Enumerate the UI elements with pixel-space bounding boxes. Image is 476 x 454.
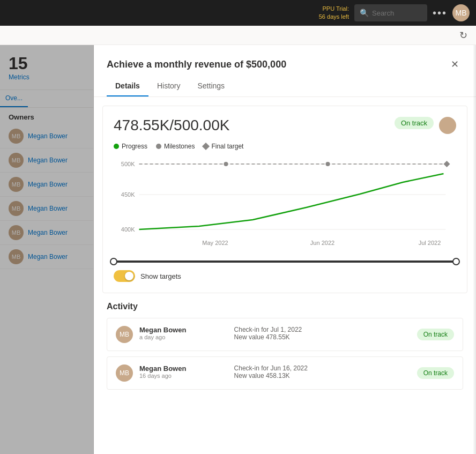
legend-final-target: Final target — [203, 143, 243, 150]
svg-marker-9 — [444, 161, 450, 167]
toggle-row: Show targets — [114, 270, 456, 282]
legend-progress-label: Progress — [122, 143, 147, 150]
modal-header: Achieve a monthly revenue of $500,000 ✕ — [94, 45, 476, 73]
activity-detail: Check-in for Jun 16, 2022 New value 458.… — [234, 364, 411, 379]
legend-final-target-label: Final target — [211, 143, 243, 150]
activity-detail-line2: New value 478.55K — [234, 333, 411, 341]
range-track — [114, 261, 456, 263]
modal-title: Achieve a monthly revenue of $500,000 — [107, 59, 286, 70]
progress-icon — [114, 144, 119, 149]
activity-item: MB Megan Bowen a day ago Check-in for Ju… — [107, 318, 463, 351]
tab-details[interactable]: Details — [107, 77, 148, 96]
activity-avatar-initials: MB — [120, 369, 129, 377]
activity-item: MB Megan Bowen 16 days ago Check-in for … — [107, 356, 463, 390]
current-value: 478.55K — [114, 117, 169, 133]
activity-avatar-initials: MB — [120, 331, 129, 338]
chart-user-avatar — [439, 117, 456, 134]
milestones-icon — [156, 144, 161, 149]
avatar-initials: MB — [456, 9, 467, 17]
chart-value-row: 478.55K/500.00K On track — [114, 117, 456, 134]
tab-history[interactable]: History — [148, 77, 189, 96]
search-input[interactable] — [372, 9, 420, 17]
svg-point-8 — [326, 162, 330, 166]
refresh-button[interactable]: ↻ — [459, 29, 467, 41]
activity-detail-line2: New value 458.13K — [234, 372, 411, 379]
target-value: /500.00K — [169, 117, 229, 133]
chart-svg: 500K 450K 400K — [114, 157, 456, 253]
chart-section: 478.55K/500.00K On track Progress Milest… — [102, 106, 467, 293]
range-thumb-left[interactable] — [110, 258, 117, 265]
activity-status-badge: On track — [417, 367, 454, 379]
chart-svg-container: 500K 450K 400K — [114, 157, 456, 255]
legend-milestones: Milestones — [156, 143, 195, 150]
activity-person-name: Megan Bowen — [139, 326, 228, 334]
activity-avatar: MB — [116, 364, 133, 382]
activity-person-name: Megan Bowen — [139, 364, 228, 373]
top-bar: PPU Trial: 56 days left 🔍 ••• MB — [0, 0, 476, 26]
range-thumb-right[interactable] — [452, 258, 460, 265]
final-target-icon — [202, 143, 210, 150]
legend-milestones-label: Milestones — [164, 143, 195, 150]
range-slider[interactable] — [114, 261, 456, 263]
ppu-trial-label: PPU Trial: — [319, 5, 349, 13]
show-targets-toggle[interactable] — [114, 270, 135, 282]
status-badge: On track — [395, 117, 434, 129]
close-button[interactable]: ✕ — [446, 56, 463, 73]
modal-panel: Achieve a monthly revenue of $500,000 ✕ … — [94, 45, 476, 454]
chart-legend: Progress Milestones Final target — [114, 143, 456, 150]
activity-detail-line1: Check-in for Jul 1, 2022 — [234, 326, 411, 333]
svg-point-7 — [224, 162, 228, 166]
modal-tabs: Details History Settings — [94, 73, 476, 97]
search-icon: 🔍 — [360, 9, 369, 17]
svg-text:May 2022: May 2022 — [202, 240, 228, 246]
activity-info: Megan Bowen 16 days ago — [139, 364, 228, 379]
svg-text:Jun 2022: Jun 2022 — [310, 240, 334, 246]
more-options-button[interactable]: ••• — [433, 7, 447, 19]
user-avatar[interactable]: MB — [452, 4, 470, 21]
search-box[interactable]: 🔍 — [354, 4, 427, 21]
activity-title: Activity — [107, 302, 463, 311]
toggle-label: Show targets — [140, 272, 181, 280]
ppu-trial-info: PPU Trial: 56 days left — [319, 5, 349, 21]
activity-detail: Check-in for Jul 1, 2022 New value 478.5… — [234, 326, 411, 341]
activity-section: Activity MB Megan Bowen a day ago Check-… — [94, 302, 476, 408]
chart-values: 478.55K/500.00K — [114, 117, 229, 134]
refresh-row: ↻ — [0, 26, 476, 45]
activity-info: Megan Bowen a day ago — [139, 326, 228, 340]
svg-text:Jul 2022: Jul 2022 — [419, 240, 441, 246]
svg-text:400K: 400K — [121, 226, 135, 233]
ppu-trial-days: 56 days left — [319, 13, 349, 21]
legend-progress: Progress — [114, 143, 147, 150]
svg-text:500K: 500K — [121, 161, 135, 167]
tab-settings[interactable]: Settings — [189, 77, 233, 96]
activity-status-badge: On track — [417, 329, 454, 340]
activity-time: 16 days ago — [139, 373, 228, 379]
main-area: 15 Metrics Ove... Owners MB Megan Bower … — [0, 45, 476, 454]
activity-avatar: MB — [116, 326, 133, 343]
svg-text:450K: 450K — [121, 191, 135, 198]
activity-time: a day ago — [139, 334, 228, 340]
activity-detail-line1: Check-in for Jun 16, 2022 — [234, 364, 411, 372]
